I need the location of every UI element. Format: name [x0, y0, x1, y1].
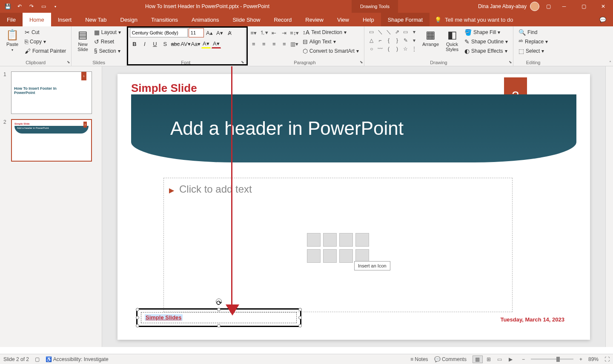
text-direction-button[interactable]: ↕AText Direction ▾: [301, 28, 361, 37]
bold-button[interactable]: B: [130, 39, 139, 48]
handle-tr[interactable]: [298, 308, 302, 311]
tab-design[interactable]: Design: [114, 13, 144, 26]
tab-new[interactable]: New Tab: [78, 13, 113, 26]
handle-ml[interactable]: [136, 316, 139, 319]
shape-brace2-icon[interactable]: }: [393, 37, 401, 44]
tab-view[interactable]: View: [330, 13, 356, 26]
comments-button[interactable]: 💬 Comments: [434, 356, 467, 362]
ribbon-display-icon[interactable]: ▢: [546, 3, 551, 9]
shape-connector-icon[interactable]: ⌐: [376, 37, 384, 44]
insert-video-icon[interactable]: [339, 249, 353, 263]
decrease-indent-button[interactable]: ⇤: [269, 28, 279, 37]
tab-help[interactable]: Help: [356, 13, 381, 26]
underline-button[interactable]: U: [150, 39, 160, 48]
slide-thumb-1[interactable]: 1 How To Insert Footer In PowerPoint: [11, 71, 92, 114]
handle-br[interactable]: [298, 324, 302, 327]
start-from-beginning-icon[interactable]: ▭: [40, 3, 47, 10]
tab-animations[interactable]: Animations: [185, 13, 226, 26]
insert-picture-icon[interactable]: [307, 249, 321, 263]
change-case-button[interactable]: Aa▾: [191, 39, 201, 48]
slide-area[interactable]: Simple Slide 2 Add a header in PowerPoin…: [117, 74, 590, 340]
normal-view-button[interactable]: ▦: [473, 355, 483, 363]
zoom-out-button[interactable]: −: [522, 356, 525, 362]
minimize-button[interactable]: ─: [554, 0, 574, 13]
content-placeholder[interactable]: Click to add text: [163, 178, 513, 312]
zoom-level[interactable]: 89%: [588, 356, 599, 362]
shape-rect2-icon[interactable]: ▭: [402, 28, 410, 36]
insert-online-picture-icon[interactable]: [323, 249, 337, 263]
share-icon[interactable]: 💬: [593, 17, 613, 23]
save-icon[interactable]: 💾: [4, 3, 11, 10]
footer-text[interactable]: Simple Slides: [145, 314, 183, 321]
line-spacing-button[interactable]: ≡↕▾: [290, 28, 299, 37]
user-avatar[interactable]: [530, 2, 539, 11]
shape-arrow-icon[interactable]: ⇗: [393, 28, 401, 36]
replace-button[interactable]: ᵃᵇReplace ▾: [517, 37, 550, 46]
font-name-input[interactable]: [130, 28, 188, 37]
shape-oval-icon[interactable]: ○: [368, 45, 375, 53]
shape-star-icon[interactable]: ☆: [402, 45, 410, 53]
tell-me-search[interactable]: 💡 Tell me what you want to do: [430, 17, 593, 23]
tab-review[interactable]: Review: [298, 13, 330, 26]
user-name[interactable]: Dina Jane Abay-abay: [478, 3, 527, 9]
reading-view-button[interactable]: ▭: [495, 355, 505, 363]
clipboard-launcher[interactable]: ⬊: [67, 60, 70, 64]
zoom-in-button[interactable]: +: [579, 356, 582, 362]
insert-smartart-icon[interactable]: [339, 233, 353, 247]
justify-button[interactable]: ≡: [280, 39, 289, 48]
find-button[interactable]: 🔍Find: [517, 28, 550, 37]
clear-formatting-button[interactable]: A̷: [225, 28, 235, 37]
shape-tri-icon[interactable]: △: [368, 37, 375, 44]
zoom-slider-thumb[interactable]: [556, 357, 560, 362]
italic-button[interactable]: I: [140, 39, 149, 48]
shape-bracket-icon[interactable]: (: [385, 45, 392, 53]
decrease-font-button[interactable]: A▾: [215, 28, 224, 37]
highlight-button[interactable]: A▾: [201, 39, 211, 48]
tab-home[interactable]: Home: [23, 13, 51, 26]
convert-smartart-button[interactable]: ⬡Convert to SmartArt ▾: [301, 47, 361, 55]
shape-more3-icon[interactable]: ⋮: [410, 45, 418, 53]
shape-curve-icon[interactable]: 〰: [376, 45, 384, 53]
sorter-view-button[interactable]: ⊞: [484, 355, 494, 363]
shapes-gallery[interactable]: ▭ ＼ ＼ ⇗ ▭ ▾ △ ⌐ { } ✎ ▾ ○ 〰 ( ) ☆ ⋮: [368, 28, 418, 53]
tab-insert[interactable]: Insert: [51, 13, 79, 26]
tab-file[interactable]: File: [0, 13, 23, 26]
format-painter-button[interactable]: 🖌Format Painter: [23, 47, 68, 55]
status-accessibility[interactable]: ♿ Accessibility: Investigate: [46, 356, 109, 362]
align-center-button[interactable]: ≡: [259, 39, 269, 48]
font-size-input[interactable]: [189, 28, 204, 37]
shape-freeform-icon[interactable]: ✎: [402, 37, 410, 44]
quick-styles-button[interactable]: ◧ Quick Styles: [443, 28, 461, 53]
rotate-handle[interactable]: ⟳: [216, 299, 222, 304]
increase-indent-button[interactable]: ⇥: [280, 28, 289, 37]
insert-3d-icon[interactable]: [355, 233, 369, 247]
copy-button[interactable]: ⎘Copy ▾: [23, 37, 68, 46]
shape-bracket2-icon[interactable]: ): [393, 45, 401, 53]
handle-mr[interactable]: [298, 316, 302, 319]
tab-record[interactable]: Record: [267, 13, 298, 26]
spacing-button[interactable]: AV▾: [181, 39, 190, 48]
drawing-launcher[interactable]: ⬊: [509, 60, 512, 64]
maximize-button[interactable]: ▢: [574, 0, 593, 13]
handle-tc[interactable]: [217, 308, 221, 311]
footer-textbox-selection[interactable]: ⟳ Simple Slides: [136, 308, 301, 327]
fit-to-window-button[interactable]: ⛶: [604, 356, 610, 362]
columns-button[interactable]: ▥▾: [290, 39, 299, 48]
handle-bl[interactable]: [136, 324, 139, 327]
align-text-button[interactable]: ⊟Align Text ▾: [301, 37, 361, 46]
cut-button[interactable]: ✂Cut: [23, 28, 68, 37]
shape-more1-icon[interactable]: ▾: [410, 28, 418, 36]
shape-rect-icon[interactable]: ▭: [368, 28, 375, 36]
new-slide-button[interactable]: ▤ New Slide: [75, 28, 90, 53]
tab-shape-format[interactable]: Shape Format: [381, 13, 430, 26]
layout-button[interactable]: ▦Layout ▾: [92, 28, 123, 37]
zoom-slider[interactable]: [531, 358, 573, 360]
strikethrough-button[interactable]: abc: [171, 39, 180, 48]
shadow-button[interactable]: S: [160, 39, 170, 48]
shape-more2-icon[interactable]: ▾: [410, 37, 418, 44]
status-spellcheck-icon[interactable]: ▢: [35, 356, 40, 362]
vertical-scrollbar[interactable]: [605, 66, 613, 347]
paste-button[interactable]: 📋 Paste▾: [3, 28, 21, 53]
handle-tl[interactable]: [136, 308, 139, 311]
shape-line2-icon[interactable]: ＼: [385, 28, 392, 36]
